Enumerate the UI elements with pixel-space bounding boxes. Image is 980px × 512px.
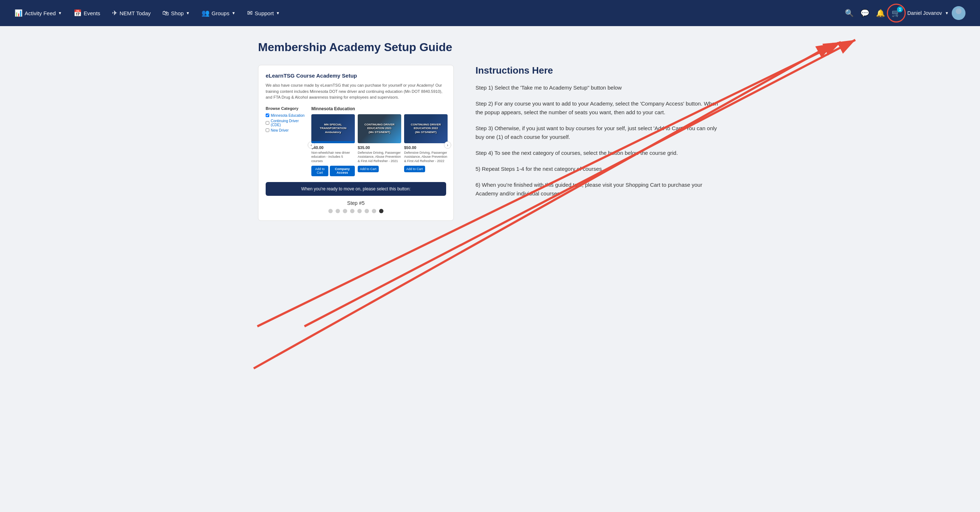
page-wrapper: 📊 Activity Feed ▼ 📅 Events ✈ NEMT Today … <box>0 0 980 235</box>
course-thumb-3-label: CONTINUING DRIVER EDUCATION 2022(Mn STS/… <box>406 123 446 134</box>
nav-support[interactable]: ✉ Support ▼ <box>247 9 280 17</box>
add-to-cart-btn-1[interactable]: Add to Cart <box>311 166 328 177</box>
course-price-2: $35.00 <box>358 145 401 150</box>
course-panel-desc: We also have course made by eLearnTSG th… <box>266 82 446 100</box>
course-thumb-2-label: CONTINUING DRIVER EDUCATION 2021(Mn STS/… <box>359 123 400 134</box>
courses-area: Minnesota Education ‹ MN SPECIAL TRANSPO… <box>311 106 448 177</box>
shop-icon: 🛍 <box>162 10 169 17</box>
nav-right: 🔍 💬 🔔 🛒 1 Daniel Jovanov ▼ <box>845 6 966 20</box>
content-layout: eLearnTSG Course Academy Setup We also h… <box>258 65 722 221</box>
browse-cat-cde[interactable]: Continuing Driver (CDE) <box>266 119 305 127</box>
user-name: Daniel Jovanov <box>907 10 942 16</box>
course-thumb-1: MN SPECIAL TRANSPORTATION Ambulatory <box>311 114 355 143</box>
cart-badge: 1 <box>897 6 903 12</box>
nav-activity-feed[interactable]: 📊 Activity Feed ▼ <box>14 9 62 17</box>
dot-7 <box>372 209 376 213</box>
dot-6 <box>364 209 369 213</box>
groups-icon: 👥 <box>202 9 210 17</box>
course-btns-2: Add to Cart <box>358 166 401 172</box>
course-price-1: $40.00 <box>311 145 355 150</box>
nav-events-label: Events <box>84 10 100 16</box>
add-to-cart-btn-3[interactable]: Add to Cart <box>404 166 425 172</box>
nav-shop-label: Shop <box>171 10 184 16</box>
instruction-step-3: Step 3) Otherwise, if you just want to b… <box>476 124 722 141</box>
nav-nemt-today[interactable]: ✈ NEMT Today <box>112 9 151 17</box>
dot-1 <box>328 209 333 213</box>
instruction-step-4: Step 4) To see the next category of cour… <box>476 149 722 157</box>
user-menu[interactable]: Daniel Jovanov ▼ <box>907 6 966 20</box>
nav-groups[interactable]: 👥 Groups ▼ <box>202 9 235 17</box>
thumb-label-1 <box>311 141 355 143</box>
course-price-3: $50.00 <box>404 145 448 150</box>
browse-cat-title: Browse Category <box>266 106 305 111</box>
events-icon: 📅 <box>73 9 81 17</box>
messages-button[interactable]: 💬 <box>861 9 869 18</box>
dot-5 <box>357 209 362 213</box>
browse-cat-mn-ed[interactable]: Minnesota Education <box>266 113 305 118</box>
course-thumb-3: CONTINUING DRIVER EDUCATION 2022(Mn STS/… <box>404 114 448 143</box>
course-desc-2: Defensive Driving, Passenger Assistance,… <box>358 151 401 164</box>
nemt-icon: ✈ <box>112 9 118 17</box>
nav-nemt-label: NEMT Today <box>119 10 151 16</box>
navbar: 📊 Activity Feed ▼ 📅 Events ✈ NEMT Today … <box>0 0 980 26</box>
step-label: Step #5 <box>266 200 446 206</box>
instruction-step-6: 6) When you're finished with this guided… <box>476 180 722 198</box>
dot-3 <box>343 209 347 213</box>
course-grid: ‹ MN SPECIAL TRANSPORTATION Ambulatory $… <box>311 114 448 177</box>
groups-chevron: ▼ <box>232 11 235 15</box>
new-driver-label: New Driver <box>271 128 288 132</box>
shop-chevron: ▼ <box>186 11 190 15</box>
activity-feed-chevron: ▼ <box>58 11 62 15</box>
instructions-title: Instructions Here <box>476 65 722 76</box>
notifications-button[interactable]: 🔔 <box>876 9 885 18</box>
nav-events[interactable]: 📅 Events <box>73 9 100 17</box>
dot-8 <box>379 209 383 213</box>
svg-point-0 <box>956 8 961 14</box>
nav-groups-label: Groups <box>212 10 229 16</box>
course-btns-1: Add to Cart Company Access <box>311 166 355 177</box>
svg-point-1 <box>954 14 963 20</box>
company-access-btn-1[interactable]: Company Access <box>330 166 355 177</box>
new-driver-checkbox[interactable] <box>266 128 269 132</box>
course-card-1: MN SPECIAL TRANSPORTATION Ambulatory $40… <box>311 114 355 177</box>
nav-support-label: Support <box>255 10 274 16</box>
nav-shop[interactable]: 🛍 Shop ▼ <box>162 10 190 17</box>
course-grid-next[interactable]: › <box>444 141 451 149</box>
course-card-3: CONTINUING DRIVER EDUCATION 2022(Mn STS/… <box>404 114 448 177</box>
main-content: Membership Academy Setup Guide eLearnTSG… <box>236 26 744 235</box>
dots-row <box>266 209 446 213</box>
search-button[interactable]: 🔍 <box>845 9 854 18</box>
cde-checkbox[interactable] <box>266 121 269 125</box>
user-chevron: ▼ <box>945 11 949 15</box>
course-desc-1: Non-wheelchair new driver education - in… <box>311 151 355 164</box>
mn-ed-checkbox[interactable] <box>266 113 269 117</box>
nav-left: 📊 Activity Feed ▼ 📅 Events ✈ NEMT Today … <box>14 9 280 17</box>
nav-activity-feed-label: Activity Feed <box>25 10 56 16</box>
proceed-button[interactable]: When you're ready to move on, please sel… <box>266 182 446 196</box>
mn-ed-label: Minnesota Education <box>271 113 304 118</box>
support-icon: ✉ <box>247 9 253 17</box>
course-thumb-2: CONTINUING DRIVER EDUCATION 2021(Mn STS/… <box>358 114 401 143</box>
course-panel: eLearnTSG Course Academy Setup We also h… <box>258 65 454 221</box>
course-btns-3: Add to Cart <box>404 166 448 172</box>
course-card-2: CONTINUING DRIVER EDUCATION 2021(Mn STS/… <box>358 114 401 177</box>
course-panel-title: eLearnTSG Course Academy Setup <box>266 73 446 79</box>
dot-2 <box>336 209 340 213</box>
dot-4 <box>350 209 355 213</box>
avatar <box>952 6 966 20</box>
browse-category: Browse Category Minnesota Education Cont… <box>266 106 305 177</box>
activity-feed-icon: 📊 <box>14 9 22 17</box>
cde-label: Continuing Driver (CDE) <box>271 119 305 127</box>
add-to-cart-btn-2[interactable]: Add to Cart <box>358 166 379 172</box>
support-chevron: ▼ <box>276 11 280 15</box>
course-content-area: Browse Category Minnesota Education Cont… <box>266 106 446 177</box>
courses-area-title: Minnesota Education <box>311 106 448 111</box>
course-desc-3: Defensive Driving, Passenger Assistance,… <box>404 151 448 164</box>
cart-circle-highlight <box>887 4 906 22</box>
instruction-step-1: Step 1) Select the 'Take me to Academy S… <box>476 83 722 92</box>
page-title: Membership Academy Setup Guide <box>258 41 722 54</box>
instruction-step-5: 5) Repeat Steps 1-4 for the next categor… <box>476 164 722 173</box>
cart-button[interactable]: 🛒 1 <box>892 9 900 18</box>
browse-cat-new-driver[interactable]: New Driver <box>266 128 305 132</box>
course-thumb-1-label: MN SPECIAL TRANSPORTATION Ambulatory <box>313 123 353 134</box>
